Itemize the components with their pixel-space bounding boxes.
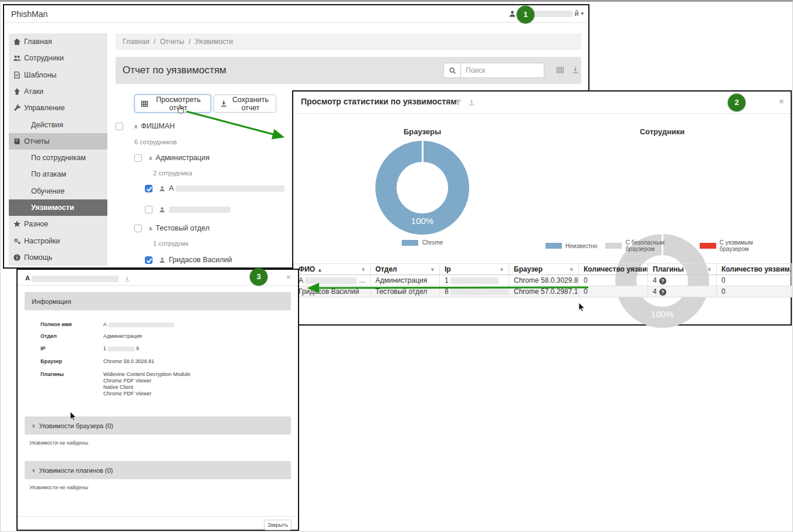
column-caret-icon[interactable]: ∨: [500, 266, 504, 272]
view-report-button[interactable]: Просмотреть отчет: [134, 94, 211, 113]
dept-checkbox[interactable]: [134, 225, 142, 232]
name-redacted: [305, 277, 357, 284]
sidebar-item-training[interactable]: Обучение: [9, 183, 107, 199]
cell-dept: Тестовый отдел: [371, 286, 440, 297]
cell-vuln-count: 0: [579, 275, 648, 286]
browsers-legend: Chrome: [375, 239, 469, 246]
search-button[interactable]: [443, 63, 461, 78]
tree-dept-label[interactable]: ∧Тестовый отдел: [148, 224, 209, 232]
sidebar-item-management[interactable]: Управление: [9, 100, 107, 116]
tree-company-label[interactable]: ∧ФИШМАН: [134, 122, 175, 130]
fullname-redacted: [109, 323, 174, 327]
download-stats-icon[interactable]: [467, 99, 476, 106]
sidebar-item-by-attacks[interactable]: По атакам: [9, 166, 107, 182]
sidebar-item-vulnerabilities[interactable]: Уязвимости: [9, 199, 107, 216]
table-row-employee-2[interactable]: Гридасов Василий Тестовый отдел 8 Chrome…: [294, 286, 792, 297]
dept-checkbox[interactable]: [134, 154, 142, 162]
section-chevron-icon: ∨: [32, 423, 36, 429]
cell-plugin-vuln-count: 0: [717, 275, 792, 286]
sidebar-item-by-employees[interactable]: По сотрудникам: [9, 150, 107, 166]
column-header-ip[interactable]: Ip ∨: [440, 264, 509, 275]
user-menu-caret-icon: ▾: [581, 11, 584, 16]
column-caret-icon[interactable]: ∨: [431, 266, 435, 272]
screenshot-canvas: PhishMan А й ▾ Главная Сотрудники: [0, 0, 793, 532]
field-label-browser: Браузер: [40, 358, 62, 364]
close-icon[interactable]: ×: [286, 273, 291, 282]
tree-dept-label[interactable]: ∧Администрация: [148, 154, 209, 162]
user-icon: [509, 10, 516, 18]
column-header-plugin-vuln-count[interactable]: Количество уязвим.∨: [717, 264, 792, 275]
plugin-vulns-section-header[interactable]: ∨ Уязвимости плагинов (0): [25, 461, 291, 479]
employee-popup-title: А: [25, 275, 118, 282]
employee-name[interactable]: А: [169, 184, 284, 192]
column-header-browser[interactable]: Браузер ∨: [509, 264, 579, 275]
sidebar-item-help[interactable]: Помощь: [9, 249, 107, 266]
column-caret-icon[interactable]: ∨: [707, 266, 711, 272]
column-caret-icon[interactable]: ∨: [570, 266, 574, 272]
sidebar-item-reports[interactable]: Отчеты: [9, 133, 107, 150]
table-row-employee-1[interactable]: А … Администрация 1 Chrome 58.0.3029.81 …: [294, 275, 792, 286]
employee-name-redacted: [176, 185, 284, 192]
home-icon: [12, 38, 21, 46]
company-checkbox[interactable]: [116, 123, 123, 130]
sidebar-item-settings[interactable]: Настройки: [9, 232, 107, 249]
stats-popup-title: Просмотр статистики по уязвимостям: [301, 97, 457, 106]
save-report-button[interactable]: Сохранить отчет: [214, 94, 276, 113]
employee-checkbox[interactable]: [145, 206, 152, 214]
legend-swatch-chrome: [402, 240, 418, 246]
cell-fio: Гридасов Василий: [294, 286, 371, 297]
employee-name-redacted[interactable]: [169, 206, 231, 213]
browser-vulns-section-header[interactable]: ∨ Уязвимости браузера (0): [25, 416, 291, 435]
breadcrumb-home[interactable]: Главная: [123, 38, 150, 46]
table-view-icon[interactable]: [556, 66, 564, 74]
employee-checkbox-checked[interactable]: [145, 185, 152, 192]
search-input[interactable]: [461, 63, 544, 78]
close-button[interactable]: Закрыть: [264, 520, 292, 530]
dept-employee-count: 1 сотрудник: [153, 240, 188, 247]
field-label-ip: IP: [40, 345, 46, 351]
field-value-plugins: Widevine Content Decryption Module Chrom…: [103, 371, 191, 397]
app-brand: PhishMan: [11, 9, 48, 19]
column-header-plugins[interactable]: Плагины ∨: [648, 264, 717, 275]
cell-plugins: 4?: [648, 286, 717, 297]
employee-checkbox-checked[interactable]: [145, 256, 152, 264]
field-value-browser: Chrome 58.0.3029.81: [103, 358, 154, 364]
ip-redacted: [450, 289, 508, 295]
cell-browser: Chrome 57.0.2987.133: [509, 286, 579, 297]
filter-funnel-icon[interactable]: [454, 99, 462, 106]
field-value-dept: Администрация: [103, 333, 142, 339]
page-title: Отчет по уязвимостям: [123, 65, 226, 76]
footer-divider: [18, 516, 298, 517]
person-icon: [159, 257, 165, 263]
table-header-row: ФИО▲ ∨ Отдел ∨ Ip ∨ Браузер ∨: [294, 264, 792, 275]
employee-name[interactable]: Гридасов Василий: [169, 256, 232, 264]
column-header-dept[interactable]: Отдел ∨: [371, 264, 440, 275]
column-header-vuln-count[interactable]: Количество уязвим.∨: [579, 264, 648, 275]
sidebar-item-templates[interactable]: Шаблоны: [9, 67, 107, 83]
breadcrumb-separator: /: [189, 38, 191, 46]
column-caret-icon[interactable]: ∨: [361, 266, 365, 272]
sidebar-item-employees[interactable]: Сотрудники: [9, 50, 107, 66]
download-report-icon[interactable]: [571, 66, 580, 74]
download-employee-icon[interactable]: [124, 276, 131, 282]
column-header-fio[interactable]: ФИО▲ ∨: [294, 264, 371, 275]
sidebar-item-misc[interactable]: Разное: [9, 216, 107, 232]
ip-redacted: [108, 347, 135, 351]
breadcrumb-reports[interactable]: Отчеты: [160, 38, 184, 46]
sidebar-item-attacks[interactable]: Атаки: [9, 83, 107, 100]
wrench-icon: [12, 104, 21, 112]
sidebar-item-actions[interactable]: Действия: [9, 116, 107, 133]
sidebar-item-home[interactable]: Главная: [9, 33, 107, 50]
close-icon[interactable]: ×: [779, 97, 784, 106]
question-icon[interactable]: ?: [659, 277, 666, 284]
employees-chart-title: Сотрудники: [615, 127, 709, 136]
users-icon: [12, 54, 21, 62]
tree-row-dept-test: ∧Тестовый отдел: [134, 224, 209, 232]
vulnerability-table: ФИО▲ ∨ Отдел ∨ Ip ∨ Браузер ∨: [293, 263, 792, 297]
download-icon: [220, 100, 228, 107]
info-icon: [12, 253, 21, 262]
tree-row-employee-3: Гридасов Василий: [145, 256, 232, 264]
collapse-icon: ∧: [134, 123, 138, 130]
question-icon[interactable]: ?: [659, 289, 666, 296]
breadcrumb-separator: /: [154, 38, 155, 46]
